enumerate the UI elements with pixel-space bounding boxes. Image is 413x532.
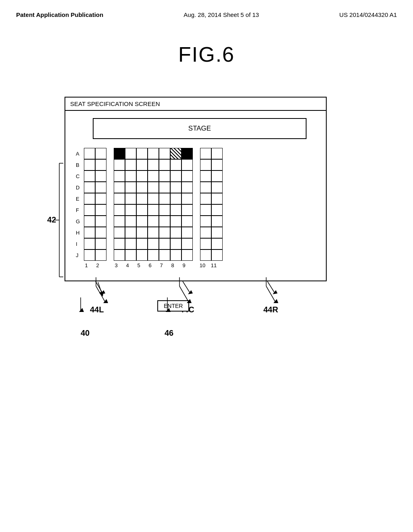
patent-number-label: US 2014/0244320 A1: [339, 11, 397, 18]
svg-marker-23: [166, 308, 171, 312]
label-42: 42: [47, 215, 56, 224]
figure-title: FIG.6: [0, 42, 413, 66]
svg-line-12: [96, 286, 105, 301]
annotations-svg: 42 44L 44C 44R: [42, 97, 365, 419]
page-header: Patent Application Publication Aug. 28, …: [0, 0, 413, 18]
svg-line-15: [179, 286, 188, 301]
svg-line-18: [266, 286, 275, 301]
svg-marker-21: [79, 308, 84, 312]
lower-arrows-svg: [42, 274, 325, 355]
publication-label: Patent Application Publication: [16, 11, 103, 18]
date-sheet-label: Aug. 28, 2014 Sheet 5 of 13: [184, 11, 259, 18]
